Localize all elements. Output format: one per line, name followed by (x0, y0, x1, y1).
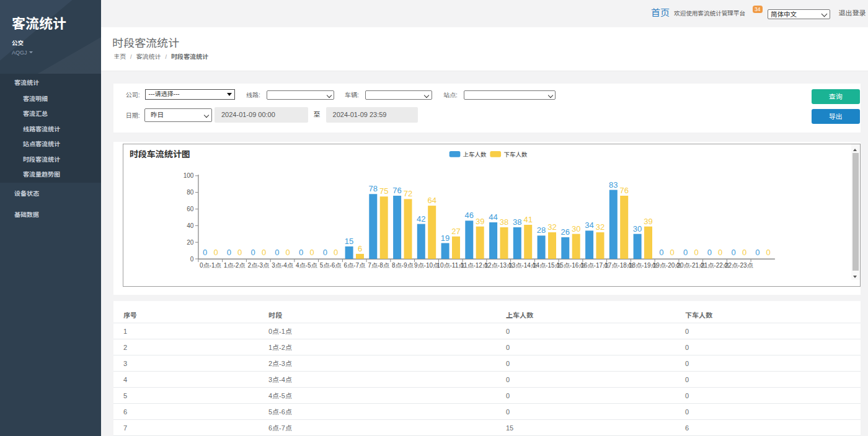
svg-text:2点-3点: 2点-3点 (247, 262, 268, 269)
svg-text:0: 0 (261, 248, 265, 257)
svg-text:5点-6点: 5点-6点 (319, 262, 340, 269)
svg-text:60: 60 (187, 206, 194, 212)
svg-text:83: 83 (609, 180, 618, 190)
svg-text:38: 38 (513, 217, 521, 227)
svg-text:22点-23点: 22点-23点 (725, 262, 753, 269)
svg-text:0: 0 (190, 256, 193, 263)
svg-text:34: 34 (585, 221, 593, 230)
svg-text:0: 0 (742, 248, 746, 257)
svg-text:9点-10点: 9点-10点 (414, 262, 439, 269)
svg-text:19: 19 (440, 233, 449, 243)
svg-text:30: 30 (572, 224, 580, 233)
svg-text:76: 76 (619, 186, 628, 195)
svg-text:下车人数: 下车人数 (503, 151, 528, 158)
svg-text:0: 0 (755, 248, 760, 257)
svg-text:0: 0 (707, 248, 711, 257)
svg-text:26: 26 (560, 227, 569, 237)
svg-text:4点-5点: 4点-5点 (296, 262, 317, 269)
svg-text:38: 38 (499, 217, 508, 227)
svg-text:0: 0 (322, 248, 327, 257)
svg-text:30: 30 (632, 224, 641, 233)
svg-text:72: 72 (403, 190, 412, 199)
svg-text:上车人数: 上车人数 (463, 151, 487, 158)
svg-text:0: 0 (237, 248, 242, 257)
svg-text:41: 41 (523, 215, 532, 224)
svg-text:32: 32 (547, 222, 556, 232)
svg-text:0: 0 (731, 248, 735, 257)
svg-text:0: 0 (203, 248, 207, 257)
svg-text:42: 42 (417, 214, 425, 224)
svg-text:39: 39 (644, 217, 652, 226)
svg-text:0: 0 (299, 248, 303, 257)
svg-text:0: 0 (334, 248, 338, 257)
svg-text:0点-1点: 0点-1点 (200, 262, 221, 269)
svg-text:28: 28 (536, 226, 545, 235)
svg-text:40: 40 (187, 222, 194, 229)
svg-text:0: 0 (670, 248, 674, 257)
svg-text:6: 6 (357, 244, 361, 253)
svg-text:32: 32 (595, 222, 604, 232)
svg-text:0: 0 (285, 248, 290, 257)
svg-text:0: 0 (309, 248, 314, 257)
svg-text:15: 15 (344, 237, 353, 246)
svg-text:76: 76 (392, 186, 401, 195)
svg-text:0: 0 (275, 248, 279, 257)
svg-text:8点-9点: 8点-9点 (392, 262, 413, 269)
svg-text:80: 80 (187, 189, 194, 196)
svg-text:0: 0 (226, 248, 231, 257)
svg-text:46: 46 (464, 211, 473, 220)
svg-text:6点-7点: 6点-7点 (343, 262, 365, 269)
svg-text:7点-8点: 7点-8点 (368, 262, 389, 269)
svg-text:0: 0 (766, 248, 770, 257)
svg-text:0: 0 (694, 248, 698, 257)
svg-text:100: 100 (183, 173, 193, 180)
svg-text:39: 39 (476, 217, 484, 226)
svg-text:75: 75 (379, 186, 388, 196)
svg-text:1点-2点: 1点-2点 (223, 262, 244, 269)
svg-text:27: 27 (451, 227, 460, 236)
svg-text:0: 0 (213, 248, 218, 257)
svg-text:78: 78 (368, 184, 377, 193)
svg-text:64: 64 (427, 196, 436, 205)
svg-text:20: 20 (187, 239, 194, 246)
svg-text:3点-4点: 3点-4点 (272, 262, 293, 269)
svg-text:0: 0 (718, 248, 722, 257)
svg-text:时段车流统计图: 时段车流统计图 (129, 149, 190, 159)
svg-text:0: 0 (683, 248, 688, 257)
svg-text:0: 0 (250, 248, 255, 257)
svg-text:0: 0 (659, 248, 663, 257)
svg-text:44: 44 (489, 212, 497, 222)
